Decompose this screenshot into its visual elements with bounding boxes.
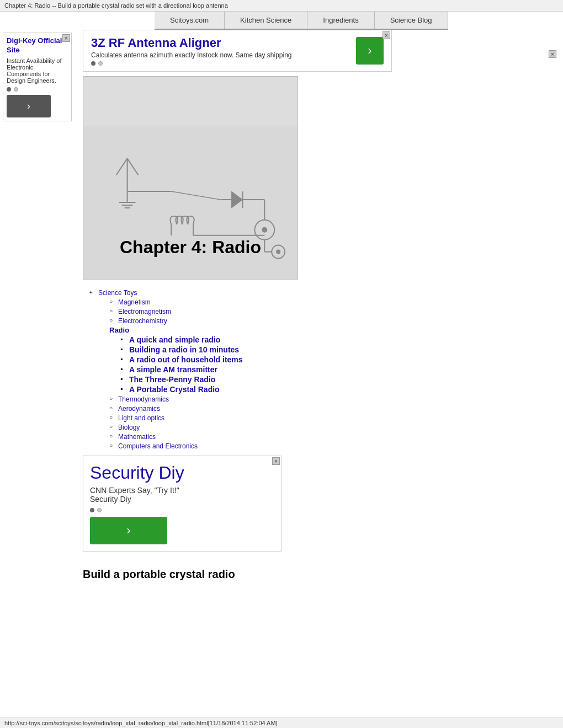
nav-item-quick-radio: A quick and simple radio <box>120 335 557 344</box>
left-ad-arrow-button[interactable]: › <box>7 95 51 117</box>
quick-radio-link[interactable]: A quick and simple radio <box>129 335 220 344</box>
middle-ad-dots <box>90 508 274 512</box>
right-ad-close[interactable]: × <box>549 50 556 58</box>
nav-science-blog[interactable]: Science Blog <box>375 12 448 29</box>
nav-ingredients[interactable]: Ingredients <box>307 12 374 29</box>
left-ad-title: Digi-Key Official Site <box>7 36 68 55</box>
svg-point-15 <box>262 227 267 233</box>
portable-crystal-link[interactable]: A Portable Crystal Radio <box>129 385 220 394</box>
middle-ad-close[interactable]: × <box>272 457 280 465</box>
top-ad-dots <box>91 61 356 66</box>
top-ad-title: 3Z RF Antenna Aligner <box>91 36 356 50</box>
inner-nav-list: Magnetism Electromagnetism Electrochemis… <box>109 298 557 325</box>
nav-item-computers: Computers and Electronics <box>109 442 557 450</box>
top-ad-arrow-button[interactable]: › <box>356 37 384 65</box>
middle-ad-title: Security Diy <box>90 463 274 483</box>
aerodynamics-link[interactable]: Aerodynamics <box>118 405 160 413</box>
status-url: http://sci-toys.com/scitoys/scitoys/radi… <box>4 720 278 726</box>
middle-ad: × Security Diy CNN Experts Say, "Try It!… <box>83 456 282 552</box>
left-ad-close[interactable]: × <box>62 34 70 42</box>
nav-item-three-penny: The Three-Penny Radio <box>120 375 557 384</box>
more-nav-items: Thermodynamics Aerodynamics Light and op… <box>109 395 557 450</box>
biology-link[interactable]: Biology <box>118 424 140 431</box>
top-dot-2 <box>98 61 103 66</box>
mathematics-link[interactable]: Mathematics <box>118 433 156 441</box>
top-ad-subtext: Calculates antenna azimuth exactly Insto… <box>91 51 356 59</box>
nav-tree: Science Toys Magnetism Electromagnetism … <box>88 288 557 450</box>
electrochemistry-link[interactable]: Electrochemistry <box>118 317 167 325</box>
nav-item-10min-radio: Building a radio in 10 minutes <box>120 345 557 354</box>
left-ad-dots <box>7 87 68 92</box>
nav-item-am-transmitter: A simple AM transmitter <box>120 365 557 374</box>
10min-radio-link[interactable]: Building a radio in 10 minutes <box>129 345 239 354</box>
nav-item-radio: Radio A quick and simple radio Building … <box>109 326 557 394</box>
middle-ad-arrow-button[interactable]: › <box>90 517 167 544</box>
magnetism-link[interactable]: Magnetism <box>118 298 151 306</box>
left-sidebar: × Digi-Key Official Site Instant Availab… <box>0 30 77 592</box>
page-title: Chapter 4: Radio -- Build a portable cry… <box>4 2 228 9</box>
outer-nav-list: Science Toys Magnetism Electromagnetism … <box>88 288 557 450</box>
middle-dot-1 <box>90 508 94 512</box>
household-radio-link[interactable]: A radio out of household items <box>129 355 243 364</box>
nav-item-electrochemistry: Electrochemistry <box>109 317 557 325</box>
three-penny-link[interactable]: The Three-Penny Radio <box>129 375 215 384</box>
left-ad: × Digi-Key Official Site Instant Availab… <box>3 33 72 121</box>
section-heading: Build a portable crystal radio <box>83 568 557 581</box>
nav-item-light-optics: Light and optics <box>109 414 557 422</box>
main-content: × 3Z RF Antenna Aligner Calculates anten… <box>77 30 563 592</box>
top-ad-content: 3Z RF Antenna Aligner Calculates antenna… <box>91 36 356 66</box>
chapter-title-overlay: Chapter 4: Radio <box>83 237 298 258</box>
nav-scitoys[interactable]: Scitoys.com <box>155 12 225 29</box>
radio-section: Radio A quick and simple radio Building … <box>109 326 557 394</box>
middle-ad-text: CNN Experts Say, "Try It!"Security Diy <box>90 486 274 504</box>
am-transmitter-link[interactable]: A simple AM transmitter <box>129 365 217 374</box>
electromagnetism-link[interactable]: Electromagnetism <box>118 308 171 315</box>
nav-item-magnetism: Magnetism <box>109 298 557 306</box>
top-ad-close[interactable]: × <box>383 31 390 39</box>
radio-sub-list: A quick and simple radio Building a radi… <box>120 335 557 394</box>
nav-item-aerodynamics: Aerodynamics <box>109 404 557 413</box>
nav-item-household-radio: A radio out of household items <box>120 355 557 364</box>
thermodynamics-link[interactable]: Thermodynamics <box>118 395 169 403</box>
nav-item-mathematics: Mathematics <box>109 432 557 441</box>
top-nav: Scitoys.com Kitchen Science Ingredients … <box>155 12 448 30</box>
nav-kitchen-science[interactable]: Kitchen Science <box>225 12 307 29</box>
nav-item-science-toys: Science Toys Magnetism Electromagnetism … <box>88 288 557 450</box>
computers-link[interactable]: Computers and Electronics <box>118 442 198 450</box>
dot-2 <box>14 87 18 92</box>
nav-item-thermodynamics: Thermodynamics <box>109 395 557 403</box>
title-bar: Chapter 4: Radio -- Build a portable cry… <box>0 0 563 12</box>
nav-item-biology: Biology <box>109 423 557 431</box>
top-ad-banner: × 3Z RF Antenna Aligner Calculates anten… <box>83 30 392 72</box>
middle-dot-2 <box>97 508 102 512</box>
left-ad-text: Instant Availability of Electronic Compo… <box>7 57 68 84</box>
science-toys-link[interactable]: Science Toys <box>98 289 137 297</box>
light-optics-link[interactable]: Light and optics <box>118 414 164 422</box>
nav-item-electromagnetism: Electromagnetism <box>109 307 557 315</box>
nav-item-portable-crystal: A Portable Crystal Radio <box>120 385 557 394</box>
chapter-image: Chapter 4: Radio <box>83 76 298 280</box>
dot-1 <box>7 87 11 92</box>
radio-current-label: Radio <box>109 326 129 334</box>
status-bar: http://sci-toys.com/scitoys/scitoys/radi… <box>0 718 563 728</box>
top-dot-1 <box>91 61 95 66</box>
